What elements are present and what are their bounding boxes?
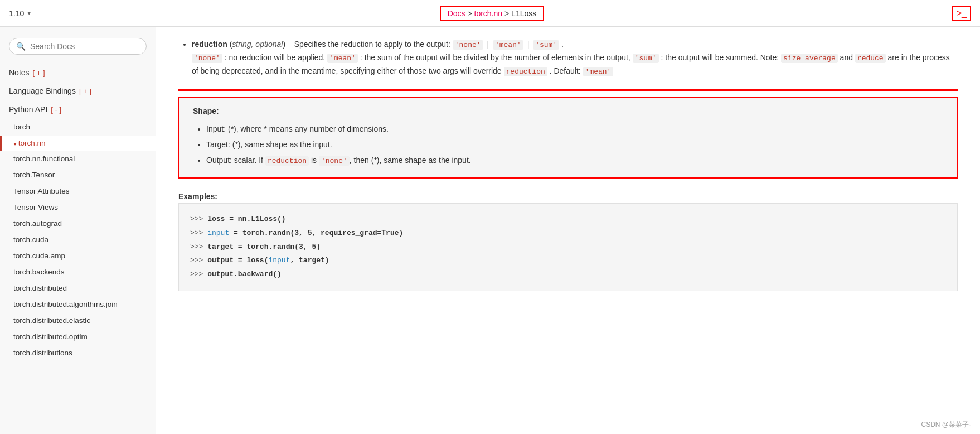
sum-value: 'sum' bbox=[533, 40, 559, 50]
reduction-ref: reduction bbox=[504, 67, 547, 76]
top-bar: 1.10 ▼ Docs > torch.nn > L1Loss >_ bbox=[0, 0, 980, 27]
shape-list: Input: (*), where * means any number of … bbox=[193, 121, 943, 168]
sum-desc: : the output will be summed. Note: bbox=[661, 53, 779, 62]
size-average-ref: size_average bbox=[781, 54, 838, 63]
search-input[interactable] bbox=[30, 42, 139, 51]
sidebar-item-torch-autograd[interactable]: torch.autograd bbox=[0, 216, 156, 232]
param-type-parens: (string, optional) bbox=[230, 40, 288, 49]
search-box[interactable]: 🔍 bbox=[9, 38, 147, 55]
sidebar-item-torch-dist-optim[interactable]: torch.distributed.optim bbox=[0, 329, 156, 345]
param-name: reduction bbox=[192, 40, 227, 49]
period: . bbox=[561, 40, 564, 49]
mean-ref: 'mean' bbox=[327, 54, 358, 63]
param-desc: Specifies the reduction to apply to the … bbox=[294, 40, 450, 49]
param-reduction: reduction (string, optional) – Specifies… bbox=[178, 38, 958, 78]
code-block: >>> loss = nn.L1Loss() >>> input = torch… bbox=[178, 203, 958, 291]
sidebar-item-torch-distributed[interactable]: torch.distributed bbox=[0, 281, 156, 297]
notes-bracket: [ + ] bbox=[33, 66, 45, 79]
none-ref: 'none' bbox=[192, 54, 222, 63]
lang-label: Language Bindings bbox=[9, 84, 76, 98]
sidebar-item-tensor-attributes[interactable]: Tensor Attributes bbox=[0, 184, 156, 200]
code-line-2: >>> input = torch.randn(3, 5, requires_g… bbox=[190, 226, 946, 240]
examples-title: Examples: bbox=[178, 187, 958, 203]
param-type: string, optional bbox=[232, 40, 283, 49]
sidebar-item-torchnn-functional[interactable]: torch.nn.functional bbox=[0, 151, 156, 167]
default-val: 'mean' bbox=[583, 67, 614, 76]
shape-item-output: Output: scalar. If reduction is 'none', … bbox=[206, 152, 943, 168]
sum-ref: 'sum' bbox=[633, 54, 659, 63]
sidebar-item-tensor-views[interactable]: Tensor Views bbox=[0, 200, 156, 216]
sidebar-item-torch-distributions[interactable]: torch.distributions bbox=[0, 345, 156, 361]
sidebar-item-torch[interactable]: torch bbox=[0, 119, 156, 136]
mean-value: 'mean' bbox=[493, 40, 523, 50]
version-label: 1.10 bbox=[9, 9, 24, 18]
none-desc: : no reduction will be applied, bbox=[225, 53, 326, 62]
sidebar-item-torch-backends[interactable]: torch.backends bbox=[0, 264, 156, 281]
default-label: Default: bbox=[554, 66, 580, 75]
code-line-5: >>> output.backward() bbox=[190, 268, 946, 282]
version-selector[interactable]: 1.10 ▼ bbox=[9, 9, 32, 18]
reduce-ref: reduce bbox=[855, 54, 886, 63]
sidebar-item-torch-dist-elastic[interactable]: torch.distributed.elastic bbox=[0, 313, 156, 329]
breadcrumb-l1loss: L1Loss bbox=[511, 9, 536, 18]
pipe1: | bbox=[485, 40, 491, 49]
main-layout: 🔍 Notes [ + ] Language Bindings [ + ] Py… bbox=[0, 27, 980, 434]
lang-bracket: [ + ] bbox=[79, 85, 91, 98]
sidebar-item-torch-cuda-amp[interactable]: torch.cuda.amp bbox=[0, 248, 156, 264]
search-icon: 🔍 bbox=[16, 42, 26, 51]
sidebar-item-torch-tensor[interactable]: torch.Tensor bbox=[0, 167, 156, 184]
breadcrumb-docs[interactable]: Docs bbox=[448, 9, 465, 18]
breadcrumb-torchnn[interactable]: torch.nn bbox=[474, 9, 503, 18]
and-word: and bbox=[840, 53, 853, 62]
red-divider-top bbox=[178, 89, 958, 91]
breadcrumb: Docs > torch.nn > L1Loss bbox=[440, 6, 545, 21]
shape-item-input: Input: (*), where * means any number of … bbox=[206, 121, 943, 137]
code-line-4: >>> output = loss(input, target) bbox=[190, 254, 946, 268]
period2: . bbox=[550, 66, 552, 75]
version-arrow: ▼ bbox=[26, 10, 32, 16]
notes-label: Notes bbox=[9, 66, 30, 80]
sidebar-section-language-bindings[interactable]: Language Bindings [ + ] bbox=[0, 82, 156, 100]
terminal-button[interactable]: >_ bbox=[952, 6, 971, 21]
sidebar-section-python-api[interactable]: Python API [ - ] bbox=[0, 100, 156, 119]
python-label: Python API bbox=[9, 103, 47, 117]
content-area: reduction (string, optional) – Specifies… bbox=[156, 27, 980, 434]
sidebar-item-torchnn[interactable]: torch.nn bbox=[0, 136, 156, 152]
shape-box: Shape: Input: (*), where * means any num… bbox=[178, 97, 958, 179]
sidebar-section-notes[interactable]: Notes [ + ] bbox=[0, 64, 156, 82]
sidebar-item-torch-cuda[interactable]: torch.cuda bbox=[0, 232, 156, 248]
python-bracket: [ - ] bbox=[51, 103, 61, 116]
shape-title: Shape: bbox=[193, 107, 943, 115]
code-line-3: >>> target = torch.randn(3, 5) bbox=[190, 240, 946, 254]
breadcrumb-sep1: > bbox=[465, 9, 474, 18]
watermark: CSDN @菜菜子- bbox=[921, 420, 971, 430]
code-line-1: >>> loss = nn.L1Loss() bbox=[190, 213, 946, 226]
pipe2: | bbox=[526, 40, 531, 49]
none-value: 'none' bbox=[453, 40, 483, 50]
breadcrumb-sep2: > bbox=[502, 9, 511, 18]
mean-desc: : the sum of the output will be divided … bbox=[360, 53, 630, 62]
param-dash: – bbox=[288, 40, 292, 49]
sidebar-item-torch-dist-algo[interactable]: torch.distributed.algorithms.join bbox=[0, 297, 156, 313]
sidebar: 🔍 Notes [ + ] Language Bindings [ + ] Py… bbox=[0, 27, 156, 434]
shape-item-target: Target: (*), same shape as the input. bbox=[206, 137, 943, 152]
